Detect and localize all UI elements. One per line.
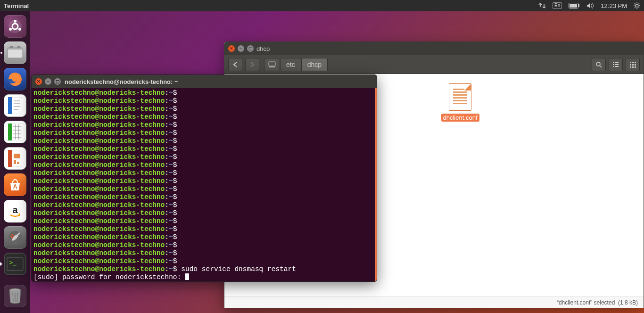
writer-icon (4, 94, 26, 117)
files-toolbar: etc dhcp (224, 55, 644, 74)
svg-rect-63 (630, 64, 631, 66)
path-bar: etc dhcp (264, 58, 328, 71)
svg-rect-18 (8, 48, 23, 49)
minimize-button[interactable]: – (238, 45, 244, 52)
svg-rect-2 (570, 4, 577, 8)
session-gear-icon[interactable] (634, 2, 640, 9)
svg-rect-61 (632, 62, 634, 63)
maximize-button[interactable]: ▢ (54, 78, 61, 85)
svg-line-9 (639, 8, 640, 8)
svg-point-16 (18, 28, 21, 31)
unity-launcher: Aa>_ (0, 11, 30, 313)
svg-line-53 (600, 66, 602, 67)
svg-rect-66 (630, 66, 631, 68)
back-button[interactable] (228, 58, 242, 71)
launcher-calc[interactable] (3, 120, 27, 144)
svg-rect-37 (8, 150, 12, 167)
launcher-writer[interactable] (3, 93, 27, 118)
svg-line-10 (635, 8, 636, 8)
launcher-software[interactable]: A (3, 173, 27, 197)
svg-rect-59 (615, 66, 619, 67)
svg-rect-1 (578, 4, 579, 7)
maximize-button[interactable]: ▢ (247, 45, 254, 52)
svg-point-52 (596, 62, 600, 66)
svg-rect-58 (613, 66, 614, 67)
svg-rect-19 (10, 46, 13, 48)
terminal-window: ✕ – ▢ noderickstechno@nodericks-techno: … (31, 74, 377, 282)
svg-rect-57 (615, 64, 619, 65)
config-file-icon (449, 83, 471, 111)
launcher-impress[interactable] (3, 146, 27, 171)
menubar-indicators: En 12:23 PM (538, 2, 640, 9)
svg-rect-40 (17, 162, 19, 164)
terminal-icon: >_ (4, 253, 26, 275)
launcher-terminal[interactable]: >_ (3, 252, 27, 276)
statusbar-size: (1.8 kB) (618, 299, 638, 306)
launcher-firefox[interactable] (3, 67, 27, 91)
svg-line-8 (635, 3, 636, 4)
files-icon (4, 41, 26, 64)
forward-button[interactable] (245, 58, 259, 71)
files-statusbar: “dhclient.conf” selected (1.8 kB) (224, 297, 644, 308)
dash-icon (4, 15, 26, 38)
file-item[interactable]: dhclient.conf (427, 83, 493, 122)
launcher-amazon[interactable]: a (3, 199, 27, 223)
svg-point-15 (9, 28, 12, 31)
keyboard-layout-indicator[interactable]: En (553, 2, 562, 9)
svg-rect-29 (8, 124, 12, 140)
files-title: dhcp (256, 45, 270, 52)
svg-text:>_: >_ (9, 259, 17, 266)
terminal-scrollbar-accent (375, 88, 377, 281)
icon-view-button[interactable] (626, 58, 640, 71)
trash-icon (4, 285, 26, 307)
svg-rect-67 (632, 66, 634, 68)
svg-text:a: a (12, 205, 18, 215)
svg-rect-54 (613, 62, 614, 63)
svg-point-14 (14, 20, 17, 23)
top-menubar: Terminal En 12:23 PM (0, 0, 644, 11)
svg-rect-51 (269, 66, 275, 67)
window-controls: ✕ – ▢ (35, 78, 61, 85)
svg-rect-60 (630, 62, 631, 63)
terminal-title: noderickstechno@nodericks-techno: ~ (65, 78, 178, 85)
software-icon: A (4, 173, 26, 196)
svg-line-11 (639, 3, 640, 4)
svg-rect-62 (635, 62, 636, 63)
svg-text:A: A (13, 183, 17, 190)
impress-icon (4, 147, 26, 170)
clock[interactable]: 12:23 PM (601, 2, 627, 9)
list-view-button[interactable] (609, 58, 623, 71)
terminal-output[interactable]: noderickstechno@nodericks-techno:~$ node… (32, 88, 377, 281)
settings-icon (4, 226, 26, 249)
search-button[interactable] (592, 58, 606, 71)
svg-rect-23 (8, 97, 12, 114)
path-segment-dhcp[interactable]: dhcp (301, 58, 328, 71)
launcher-dash[interactable] (3, 14, 27, 39)
svg-rect-55 (615, 62, 619, 63)
svg-rect-20 (17, 46, 20, 48)
svg-rect-50 (269, 62, 275, 66)
path-segment-computer[interactable] (264, 58, 280, 71)
close-button[interactable]: ✕ (228, 45, 235, 52)
sound-icon[interactable] (586, 2, 594, 9)
window-controls: ✕ – ▢ (228, 45, 254, 52)
calc-icon (4, 121, 26, 143)
svg-rect-56 (613, 64, 614, 65)
network-icon[interactable] (538, 2, 546, 9)
close-button[interactable]: ✕ (35, 78, 42, 85)
amazon-icon: a (4, 200, 26, 222)
battery-icon[interactable] (569, 3, 580, 8)
svg-rect-39 (14, 160, 16, 164)
svg-rect-65 (635, 64, 636, 66)
terminal-titlebar[interactable]: ✕ – ▢ noderickstechno@nodericks-techno: … (32, 75, 377, 88)
file-label: dhclient.conf (441, 114, 479, 122)
launcher-trash[interactable] (3, 285, 27, 309)
svg-point-3 (636, 4, 638, 7)
svg-rect-68 (635, 66, 636, 68)
launcher-files[interactable] (3, 41, 27, 65)
minimize-button[interactable]: – (45, 78, 51, 85)
launcher-settings[interactable] (3, 225, 27, 250)
files-titlebar[interactable]: ✕ – ▢ dhcp (224, 42, 644, 55)
svg-rect-64 (632, 64, 634, 66)
path-segment-etc[interactable]: etc (280, 58, 301, 71)
